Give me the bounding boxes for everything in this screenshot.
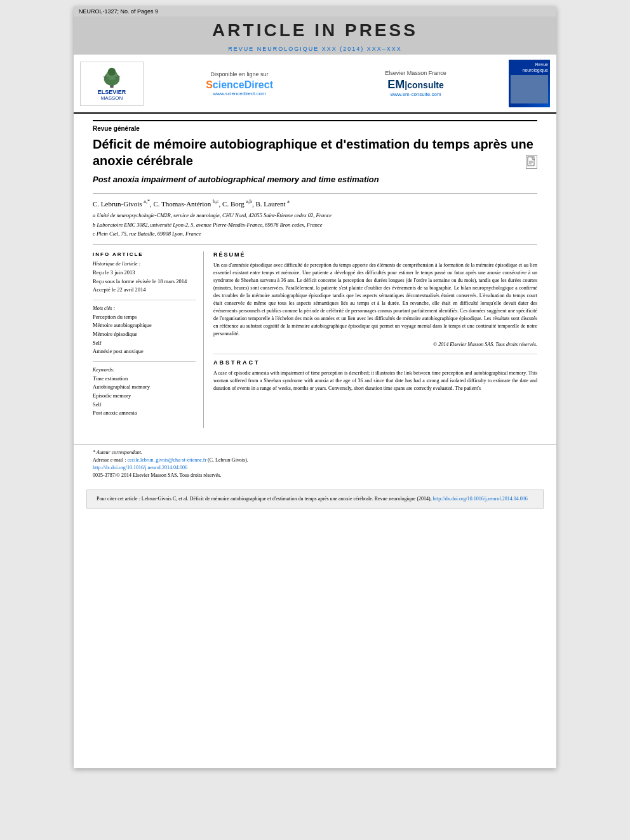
footnote-area: * Auteur correspondant. Adresse e-mail :… [74,444,556,483]
article-section-label: Revue générale [93,120,537,132]
authors-text: C. Lebrun-Givois a,*, C. Thomas-Antérion… [93,200,290,208]
received-date: Reçu le 3 juin 2013 [93,269,196,277]
historique-label: Historique de l'article : [93,261,196,267]
resume-copyright: © 2014 Elsevier Masson SAS. Tous droits … [213,342,537,347]
email-label: Adresse e-mail : [93,457,126,463]
revue-cover-text: Revue neurologique [523,62,548,73]
abstract-title: ABSTRACT [213,359,537,366]
email-suffix: (C. Lebrun-Givois). [208,457,248,463]
resume-title: RÉSUMÉ [213,251,537,258]
two-column-section: INFO ARTICLE Historique de l'article : R… [93,244,537,428]
elsevier-logo: ELSEVIER MASSON [80,62,144,106]
article-title-fr: Déficit de mémoire autobiographique et d… [93,136,537,169]
em-consulte-block: Elsevier Masson France EM|consulte www.e… [385,70,446,97]
article-title-en: Post anoxia impairment of autobiographic… [93,174,537,185]
elsevier-tree-icon [93,67,131,89]
kw-en-2: Autobiographical memory [93,383,196,392]
sciencedirect-logo[interactable]: ScienceDirect [206,79,273,91]
banner-title: ARTICLE IN PRESS [74,20,556,41]
footnote-email[interactable]: cecile.lebrun_givois@chu-st-etienne.fr [127,457,206,463]
elsevier-text: ELSEVIER [98,89,126,95]
pdf-icon[interactable] [526,155,537,169]
article-id: NEUROL-1327; No. of Pages 9 [79,8,158,15]
kw-fr-5: Amnésie post anoxique [93,347,196,356]
issn-copyright: 0035-3787/© 2014 Elsevier Masson SAS. To… [93,472,537,478]
accepted-date: Accepté le 22 avril 2014 [93,286,196,295]
header-logos: ELSEVIER MASSON Disponible en ligne sur … [74,55,556,114]
masson-text: MASSON [101,95,123,101]
citation-text: Pour citer cet article : Lebrun-Givois C… [97,496,432,502]
mots-cles-label: Mots clés : [93,305,196,311]
resume-section: RÉSUMÉ Un cas d'amnésie épisodique avec … [213,251,537,347]
em-label: Elsevier Masson France [385,70,446,76]
top-bar: NEUROL-1327; No. of Pages 9 [74,6,556,17]
info-article-title: INFO ARTICLE [93,251,196,257]
kw-fr-1: Perception du temps [93,313,196,322]
kw-fr-3: Mémoire épisodique [93,330,196,339]
revue-cover-image [511,75,548,103]
revised-date: Reçu sous la forme révisée le 18 mars 20… [93,277,196,286]
citation-doi-link[interactable]: http://dx.doi.org/10.1016/j.neurol.2014.… [433,496,528,502]
citation-footer: Pour citer cet article : Lebrun-Givois C… [86,490,544,509]
kw-fr-4: Self [93,339,196,348]
middle-logos: Disponible en ligne sur ScienceDirect ww… [150,70,502,97]
kw-en-3: Episodic memory [93,392,196,401]
article-body: Revue générale Déficit de mémoire autobi… [74,114,556,437]
right-column: RÉSUMÉ Un cas d'amnésie épisodique avec … [213,251,537,428]
pdf-file-icon [527,156,536,168]
affil-2: b Laboratoire EMC 3082, université Lyon-… [93,221,537,229]
authors-line: C. Lebrun-Givois a,*, C. Thomas-Antérion… [93,193,537,208]
footnote-email-line: Adresse e-mail : cecile.lebrun_givois@ch… [93,457,537,463]
kw-en-4: Self [93,401,196,410]
affil-1: a Unité de neuropsychologie-CM2R, servic… [93,211,537,220]
abstract-section: ABSTRACT A case of episodic amnesia with… [213,354,537,392]
em-consulte-logo[interactable]: EM|consulte [385,78,446,91]
mots-cles-section: Mots clés : Perception du temps Mémoire … [93,305,196,362]
revue-cover: Revue neurologique [509,60,550,107]
affiliations: a Unité de neuropsychologie-CM2R, servic… [93,211,537,238]
article-page: NEUROL-1327; No. of Pages 9 ARTICLE IN P… [74,6,556,768]
resume-text: Un cas d'amnésie épisodique avec difficu… [213,262,537,338]
em-url[interactable]: www.em-consulte.com [385,91,446,97]
article-in-press-banner: ARTICLE IN PRESS [74,17,556,44]
historique-section: Historique de l'article : Reçu le 3 juin… [93,261,196,300]
kw-en-1: Time estimation [93,375,196,383]
sd-url[interactable]: www.sciencedirect.com [206,91,273,97]
svg-point-3 [108,67,116,75]
abstract-text: A case of episodic amnesia with impairme… [213,370,537,392]
doi-line[interactable]: http://dx.doi.org/10.1016/j.neurol.2014.… [93,465,537,470]
sciencedirect-block: Disponible en ligne sur ScienceDirect ww… [206,71,273,97]
kw-en-5: Post anoxic amnesia [93,409,196,418]
sd-available-label: Disponible en ligne sur [206,71,273,77]
keywords-en-label: Keywords: [93,367,196,373]
journal-line: REVUE NEUROLOGIQUE XXX (2014) XXX–XXX [74,44,556,55]
keywords-en-section: Keywords: Time estimation Autobiographic… [93,367,196,423]
kw-fr-2: Mémoire autobiographique [93,321,196,330]
affil-3: c Plein Ciel, 75, rue Bataille, 69008 Ly… [93,230,537,238]
left-column: INFO ARTICLE Historique de l'article : R… [93,251,204,428]
footnote-author-label: * Auteur correspondant. [93,450,537,455]
